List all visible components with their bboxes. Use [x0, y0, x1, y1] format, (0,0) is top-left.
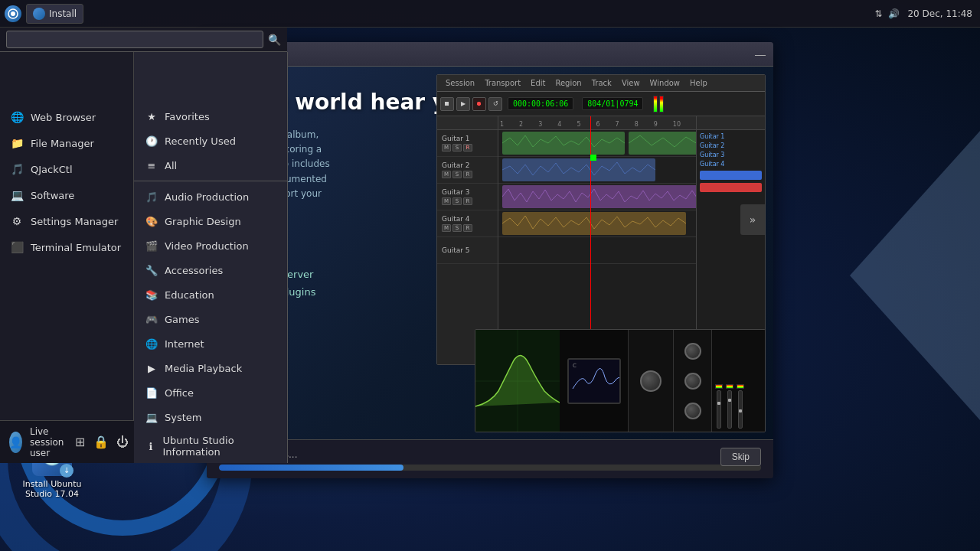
bg-decoration-triangle — [850, 122, 980, 429]
menu-right-item-recently-used[interactable]: 🕐 Recently Used — [134, 129, 287, 153]
graphic-design-icon: 🎨 — [145, 214, 158, 228]
daw-track-item-4: Guitar 5 — [437, 237, 498, 264]
mixer-fader-handle-1 — [728, 399, 731, 402]
menu-left-item-web-browser[interactable]: 🌐 Web Browser — [0, 104, 133, 130]
install-titlebar: Install — — [207, 42, 773, 67]
daw-plugin-slot-1[interactable] — [700, 183, 762, 192]
daw-loop-btn[interactable]: ↺ — [488, 97, 502, 111]
track-solo-2[interactable]: S — [452, 197, 462, 205]
daw-lane-3 — [498, 210, 696, 237]
daw-clip-1-0[interactable] — [502, 158, 655, 181]
system-icon: 💻 — [145, 410, 158, 424]
mixer-fader-track-2[interactable] — [738, 390, 743, 429]
install-progress-area: ▶ Copying files... Skip — [207, 439, 773, 478]
taskbar-right: ⇅ 🔊 20 Dec, 11:48 — [874, 8, 980, 19]
daw-stop-btn[interactable]: ⏹ — [440, 97, 454, 111]
menu-right-item-internet[interactable]: 🌐 Internet — [134, 331, 287, 356]
menu-right-item-media-playback[interactable]: ▶ Media Playback — [134, 356, 287, 380]
menu-right-item-ubuntu-studio-info[interactable]: ℹ Ubuntu Studio Information — [134, 429, 287, 463]
eq-graph-svg — [475, 330, 560, 432]
synth-knob-1[interactable] — [684, 343, 701, 360]
taskbar-launcher-icon[interactable] — [5, 5, 21, 22]
menu-right-item-graphic-design[interactable]: 🎨 Graphic Design — [134, 209, 287, 233]
mixer-fader-track-0[interactable] — [717, 390, 721, 429]
daw-ruler: 12345678910 — [498, 116, 696, 130]
synth-knob-0[interactable] — [640, 370, 662, 392]
menu-right-label-audio-production: Audio Production — [165, 191, 249, 203]
audio-production-icon: 🎵 — [145, 190, 158, 204]
menu-right-item-education[interactable]: 📚 Education — [134, 282, 287, 307]
office-icon: 📄 — [145, 386, 158, 399]
daw-plugin-slot-0[interactable] — [700, 171, 762, 180]
daw-track-item-2: Guitar 3 M S R — [437, 184, 498, 210]
menu-right-label-favorites: Favorites — [165, 111, 210, 122]
daw-menu-view[interactable]: View — [618, 79, 644, 87]
track-rec-3[interactable]: R — [463, 224, 472, 232]
daw-fx-label-4: Guitar 4 — [700, 161, 762, 168]
synth-knob-2[interactable] — [684, 373, 701, 390]
track-mute-1[interactable]: M — [442, 171, 451, 178]
track-controls-0: M S R — [442, 144, 493, 152]
menu-right-label-video-production: Video Production — [165, 240, 249, 252]
daw-forward-button[interactable]: » — [740, 204, 765, 235]
daw-lane-1 — [498, 157, 696, 184]
taskbar-install-app-button[interactable]: Install — [26, 4, 83, 24]
taskbar-datetime: 20 Dec, 11:48 — [907, 8, 972, 19]
search-input[interactable] — [6, 31, 263, 48]
menu-right-item-games[interactable]: 🎮 Games — [134, 307, 287, 331]
power-button[interactable]: ⏻ — [114, 434, 131, 451]
track-rec-2[interactable]: R — [463, 197, 472, 205]
menu-right-item-system[interactable]: 💻 System — [134, 405, 287, 429]
track-mute-3[interactable]: M — [442, 224, 451, 232]
track-mute-0[interactable]: M — [442, 144, 451, 152]
menu-right-label-system: System — [165, 412, 201, 423]
menu-left-item-terminal-emulator[interactable]: ⬛ Terminal Emulator — [0, 234, 133, 260]
daw-clip-0-0[interactable] — [502, 132, 625, 155]
daw-track-name-3: Guitar 4 — [442, 215, 493, 223]
menu-right-item-all[interactable]: ≡ All — [134, 153, 287, 178]
daw-vu-meters — [653, 96, 664, 112]
track-mute-2[interactable]: M — [442, 197, 451, 205]
track-rec-0[interactable]: R — [463, 144, 472, 152]
menu-right-item-video-production[interactable]: 🎬 Video Production — [134, 233, 287, 258]
daw-menu-help[interactable]: Help — [686, 79, 711, 87]
daw-clip-2-0[interactable] — [502, 185, 696, 208]
daw-menu-region[interactable]: Region — [551, 79, 585, 87]
menu-left-item-software[interactable]: 💻 Software — [0, 182, 133, 208]
track-solo-1[interactable]: S — [452, 171, 462, 178]
daw-menu-edit[interactable]: Edit — [527, 79, 549, 87]
daw-clip-3-0[interactable] — [502, 212, 686, 235]
menu-left-item-settings-manager[interactable]: ⚙ Settings Manager — [0, 208, 133, 234]
skip-button[interactable]: Skip — [720, 448, 761, 466]
daw-clip-0-1[interactable] — [629, 132, 696, 155]
lock-button[interactable]: 🔒 — [93, 434, 109, 451]
mixer-fader-track-1[interactable] — [727, 390, 732, 429]
daw-menu-track[interactable]: Track — [588, 79, 616, 87]
synth-knob-3[interactable] — [684, 403, 701, 419]
daw-menu-transport[interactable]: Transport — [481, 79, 524, 87]
menu-right-label-games: Games — [165, 314, 199, 325]
track-solo-3[interactable]: S — [452, 224, 462, 232]
search-button[interactable]: 🔍 — [268, 34, 281, 46]
menu-right-item-office[interactable]: 📄 Office — [134, 380, 287, 405]
daw-menu-window[interactable]: Window — [646, 79, 684, 87]
menu-right-item-accessories[interactable]: 🔧 Accessories — [134, 258, 287, 282]
menu-right-item-favorites[interactable]: ★ Favorites — [134, 104, 287, 129]
svg-text:C: C — [573, 363, 577, 369]
bottom-icons: ⊞ 🔒 ⏻ — [71, 434, 131, 451]
menu-right-item-audio-production[interactable]: 🎵 Audio Production — [134, 184, 287, 209]
multidesktop-button[interactable]: ⊞ — [71, 434, 88, 451]
daw-timeline: 12345678910 — [498, 116, 696, 364]
daw-record-btn[interactable]: ⏺ — [472, 97, 486, 111]
taskbar-install-label: Install — [49, 8, 77, 19]
menu-right-label-all: All — [165, 160, 177, 171]
daw-menu-session[interactable]: Session — [442, 79, 479, 87]
menu-left-item-qjackctl[interactable]: 🎵 QJackCtl — [0, 156, 133, 182]
menu-left-label-web-browser: Web Browser — [31, 112, 96, 123]
window-close-button[interactable]: — — [755, 48, 766, 60]
daw-fx-label-3: Guitar 3 — [700, 152, 762, 158]
track-solo-0[interactable]: S — [452, 144, 462, 152]
daw-play-btn[interactable]: ▶ — [456, 97, 470, 111]
track-rec-1[interactable]: R — [463, 171, 472, 178]
menu-left-item-file-manager[interactable]: 📁 File Manager — [0, 130, 133, 156]
